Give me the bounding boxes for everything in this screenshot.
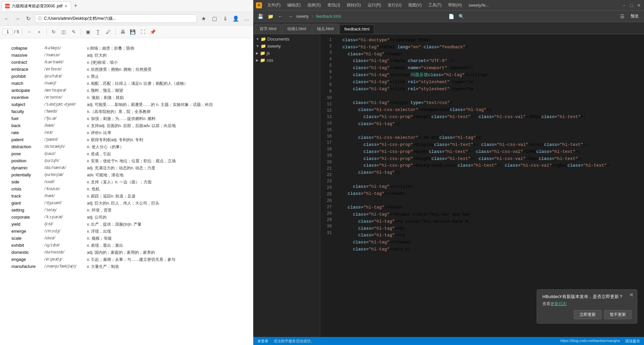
sidebar-folder-item[interactable]: ▶ 📁 css xyxy=(253,57,320,64)
changelog-link[interactable]: 更新日志 xyxy=(550,301,567,306)
minimize-button[interactable]: − xyxy=(622,3,627,8)
update-button[interactable]: 立即更新 xyxy=(574,310,601,319)
rotate-button[interactable]: ↻ xyxy=(49,27,58,36)
editor-menu-item[interactable]: 运行(R) xyxy=(365,2,384,9)
editor-menu-item[interactable]: 文件(F) xyxy=(265,2,283,9)
code-line[interactable]: class="hl-tag"><link rel="stylesheet" ty… xyxy=(337,86,644,93)
path-sweety: sweety xyxy=(296,14,309,19)
login-status[interactable]: 未登录 xyxy=(257,339,268,344)
code-line[interactable]: class="hl-tag">} xyxy=(337,121,644,128)
download-button[interactable]: ⇓ xyxy=(221,15,229,23)
code-line[interactable]: class="hl-css-prop">displayclass="hl-tex… xyxy=(337,141,644,149)
code-line[interactable]: class="hl-css-selector">.dm-btnclass="hl… xyxy=(337,134,644,141)
refresh-button[interactable]: ↻ xyxy=(24,15,32,23)
highlight-button[interactable]: ▣ xyxy=(84,27,93,36)
code-line[interactable]: class="hl-tag"><a class="mui-action-back… xyxy=(337,218,644,225)
annotation-button[interactable]: 🖊 xyxy=(104,27,113,36)
profile-button[interactable]: 👤 xyxy=(232,15,240,23)
editor-tab[interactable]: 锚点.html xyxy=(312,24,339,34)
forward-button[interactable]: → xyxy=(13,15,21,23)
table-row: faculty /ˈfæklti/ n.（高等院校的）系，院；全系教师 xyxy=(10,108,243,115)
file-action-button[interactable]: 📄 xyxy=(447,12,456,21)
search-button[interactable]: 🔍 xyxy=(457,12,466,21)
notification-popup: ✕ HBuilderX有新版本发布，是否立即更新？ 查看更新日志 立即更新 暂不… xyxy=(537,289,637,324)
underline-button[interactable]: T̲ xyxy=(94,27,103,36)
word-english: emerge xyxy=(10,228,43,235)
fullscreen-button[interactable]: ⛶ xyxy=(139,27,147,36)
more-button[interactable]: … xyxy=(243,15,251,23)
pan-button[interactable]: ✎ xyxy=(69,27,78,36)
print-button[interactable]: 🖶 xyxy=(118,27,127,36)
save-button[interactable]: 💾 xyxy=(128,27,137,36)
code-line[interactable] xyxy=(337,93,644,100)
code-line[interactable]: class="hl-css-prop">background-colorclas… xyxy=(337,162,644,169)
code-line[interactable]: class="hl-doctype"><!doctype html> xyxy=(337,37,644,44)
new-tab-button[interactable]: + xyxy=(72,2,80,10)
pin-button[interactable]: 📌 xyxy=(149,27,157,36)
code-line[interactable]: class="hl-tag"><meta charset="UTF-8" /> xyxy=(337,58,644,65)
code-line[interactable]: class="hl-tag"></head> xyxy=(337,239,644,246)
code-line[interactable]: class="hl-tag"><meta name="viewport" con… xyxy=(337,65,644,72)
editor-menu-item[interactable]: 视图(V) xyxy=(406,2,424,9)
forward-nav-button[interactable]: → xyxy=(286,12,295,21)
editor-tab[interactable]: 动画1.html xyxy=(282,24,311,34)
select-button[interactable]: ◫ xyxy=(59,27,68,36)
sidebar-folder-item[interactable]: ▶ 📁 js xyxy=(253,50,320,57)
word-phonetic: /mætʃ/ xyxy=(43,80,86,87)
code-line[interactable]: class="hl-tag"><title>问题反馈class="hl-tag"… xyxy=(337,72,644,79)
sidebar-folder-item[interactable]: ▼ 📁 Documents xyxy=(253,36,320,43)
editor-menu-item[interactable]: 查找(J) xyxy=(325,2,343,9)
sidebar-folder-item[interactable]: ▼ 📁 sweety xyxy=(253,43,320,50)
word-english: anticipate xyxy=(10,87,43,94)
screenshot-button[interactable]: ▢ xyxy=(210,15,218,23)
back-button[interactable]: ← xyxy=(3,15,11,23)
code-line[interactable]: class="hl-tag"><head> xyxy=(337,51,644,58)
code-line[interactable]: class="hl-css-prop">heightclass="hl-text… xyxy=(337,114,644,121)
preview-button[interactable]: 预览 xyxy=(628,12,641,21)
code-line[interactable]: class="hl-tag"><hi xyxy=(337,232,644,239)
editor-menu-item[interactable]: 选择(S) xyxy=(305,2,323,9)
notification-close-button[interactable]: ✕ xyxy=(629,292,634,298)
code-line[interactable]: class="hl-tag"><style type="text/css"> xyxy=(337,100,644,107)
zoom-out-button[interactable]: − xyxy=(25,27,34,36)
editor-menu-item[interactable]: 工具(T) xyxy=(426,2,444,9)
address-bar[interactable]: ⓘ C:/Users/admin/Desktop/文档/me/六级... xyxy=(35,14,197,23)
editor-menu-item[interactable]: 编辑(E) xyxy=(284,2,303,9)
editor-tab[interactable]: 容字.html xyxy=(255,24,281,34)
editor-menu-item[interactable]: sweety/fe... xyxy=(466,2,492,8)
code-line[interactable]: class="hl-tag">} xyxy=(337,169,644,176)
code-line[interactable]: class="hl-tag"><link rel="stylesheet" ty… xyxy=(337,79,644,86)
maximize-button[interactable]: □ xyxy=(629,3,634,8)
word-definition: v. (使)收缩，缩小 xyxy=(86,59,243,66)
word-definition: v. 出产，提供；屈服(to)n. 产量 xyxy=(86,221,243,228)
code-line[interactable]: class="hl-tag"><bu xyxy=(337,225,644,232)
code-line[interactable] xyxy=(337,176,644,183)
code-line[interactable]: class="hl-tag"><div cl xyxy=(337,246,644,253)
bookmark-button[interactable]: ★ xyxy=(200,15,208,23)
editor-tab[interactable]: feedback.html xyxy=(339,24,375,34)
code-line[interactable] xyxy=(337,197,644,204)
close-button[interactable]: ✕ xyxy=(637,3,641,8)
code-line[interactable]: class="hl-tag"></head> xyxy=(337,190,644,197)
code-line[interactable]: class="hl-tag"><header class="mui-bar mu… xyxy=(337,211,644,218)
code-line[interactable]: class="hl-css-prop">heightclass="hl-text… xyxy=(337,156,644,163)
save-file-button[interactable]: 💾 xyxy=(256,12,265,21)
pdf-tab-close[interactable]: × xyxy=(64,3,67,9)
editor-menu-item[interactable]: 跳转(G) xyxy=(344,2,363,9)
zoom-in-button[interactable]: + xyxy=(35,27,44,36)
line-number: 29 xyxy=(322,217,334,223)
pdf-tab[interactable]: PDF 六级阅读考前必背200词 .pdf × xyxy=(1,1,71,11)
code-line[interactable]: class="hl-tag"></style> xyxy=(337,183,644,190)
page-input[interactable] xyxy=(3,29,13,35)
filter-button[interactable]: ☰ xyxy=(618,12,627,21)
editor-menu-item[interactable]: 发行(U) xyxy=(385,2,404,9)
code-line[interactable] xyxy=(337,127,644,134)
code-line[interactable]: class="hl-css-prop">widthclass="hl-text"… xyxy=(337,149,644,156)
open-file-button[interactable]: 📁 xyxy=(266,12,275,21)
editor-menu-item[interactable]: 帮助(H) xyxy=(445,2,465,9)
code-line[interactable]: class="hl-tag"><body> xyxy=(337,204,644,211)
code-line[interactable]: class="hl-tag"><html lang="en" class="fe… xyxy=(337,44,644,51)
code-line[interactable]: class="hl-css-selector">#tbquestionclass… xyxy=(337,107,644,114)
back-nav-button[interactable]: ← xyxy=(276,12,285,21)
cancel-update-button[interactable]: 暂不更新 xyxy=(604,310,632,319)
